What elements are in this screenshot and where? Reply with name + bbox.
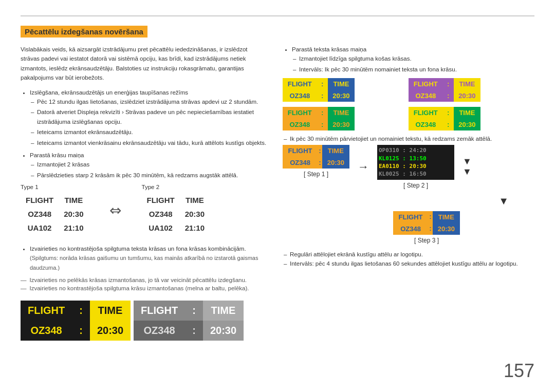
bottom-box1-oz348: OZ348 bbox=[21, 321, 72, 341]
bottom-box1-header: FLIGHT : TIME bbox=[21, 301, 131, 321]
t1-ua102: UA102 bbox=[21, 221, 59, 235]
step2-line-4: KL0025 : 16:50 bbox=[379, 170, 453, 178]
bottom-box2-time-label: TIME bbox=[203, 301, 244, 321]
rf3-table: FLIGHT:TIME OZ348:20:30 bbox=[283, 107, 355, 130]
step3-label: [ Step 3 ] bbox=[414, 237, 439, 244]
bottom-box2-time-val: 20:30 bbox=[203, 321, 244, 341]
bottom-box1-row-colon: : bbox=[72, 321, 90, 341]
t2-ua102: UA102 bbox=[142, 221, 180, 235]
dash-item-5: Izmantojiet 2 krāsas bbox=[37, 160, 267, 169]
right-column: Parastā teksta krāsas maiņa Izmantojiet … bbox=[283, 45, 529, 341]
step2-label: [ Step 2 ] bbox=[377, 182, 454, 189]
t1-flight-label: FLIGHT bbox=[21, 193, 59, 207]
t2-time-val: 20:30 bbox=[180, 207, 210, 221]
dash-item-2: Datorā atveriet Displeja rekvizīti › Str… bbox=[37, 107, 267, 126]
rf3-oz348: OZ348 bbox=[283, 119, 317, 130]
type2-block: Type 2 FLIGHT TIME OZ348 20:30 UA102 21: bbox=[142, 184, 210, 237]
type1-data-row1: OZ348 20:30 bbox=[21, 207, 89, 221]
bottom-box-1: FLIGHT : TIME OZ348 : 20:30 bbox=[21, 301, 123, 341]
step1-table: FLIGHT:TIME OZ348:20:30 bbox=[283, 145, 349, 169]
bottom-box2-oz348: OZ348 bbox=[134, 321, 185, 341]
type-comparison: Type 1 FLIGHT TIME OZ348 20:30 UA102 21: bbox=[21, 184, 267, 237]
type2-header-row: FLIGHT TIME bbox=[142, 193, 210, 207]
step2-display: OP0310 : 24:20 KL0125 : 13:50 EA0110 : 2… bbox=[377, 145, 454, 180]
bullet-list: Izslēgšana, ekrānsaudzētājs un enerģijas… bbox=[21, 88, 267, 180]
rf4-timeval: 20:30 bbox=[454, 119, 480, 130]
step2-line-1: OP0310 : 24:20 bbox=[379, 146, 453, 154]
t1-time-val2: 21:10 bbox=[59, 221, 88, 235]
right-flight-grid: FLIGHT:TIME OZ348:20:30 FLIGHT:TIME OZ34… bbox=[283, 78, 529, 130]
t2-oz348: OZ348 bbox=[142, 207, 180, 221]
s3-time-h: TIME bbox=[433, 211, 460, 223]
rf1-table: FLIGHT:TIME OZ348:20:30 bbox=[283, 78, 355, 102]
rf2-oz348: OZ348 bbox=[409, 90, 443, 102]
note-dash-3: Izvairieties no kontrastējoša spilgtuma … bbox=[21, 285, 267, 291]
type1-label: Type 1 bbox=[21, 184, 89, 190]
type1-block: Type 1 FLIGHT TIME OZ348 20:30 UA102 21: bbox=[21, 184, 89, 237]
rf2-timeval: 20:30 bbox=[454, 90, 480, 102]
t2-time-val2: 21:10 bbox=[180, 221, 210, 235]
contrast-note-1: Izvairieties no kontrastējoša spilgtuma … bbox=[30, 244, 267, 273]
rf4-oz348: OZ348 bbox=[409, 119, 443, 130]
type2-data-row2: UA102 21:10 bbox=[142, 221, 210, 235]
top-divider bbox=[21, 15, 534, 16]
rf2-flight: FLIGHT bbox=[409, 78, 443, 90]
type2-label: Type 2 bbox=[142, 184, 210, 190]
intro-text: Vislabākais veids, kā aizsargāt izstrādā… bbox=[21, 45, 267, 83]
step3-table: FLIGHT:TIME OZ348:20:30 bbox=[393, 211, 460, 235]
t1-oz348: OZ348 bbox=[21, 207, 59, 221]
right-dash-1: Izmantojiet līdzīga spilgtuma košas krās… bbox=[299, 54, 529, 63]
bottom-box2-row-colon: : bbox=[185, 321, 203, 341]
step1-block: FLIGHT:TIME OZ348:20:30 [ Step 1 ] bbox=[283, 145, 349, 178]
step2-block: OP0310 : 24:20 KL0125 : 13:50 EA0110 : 2… bbox=[377, 145, 454, 189]
type1-table: FLIGHT TIME OZ348 20:30 UA102 21:10 bbox=[21, 193, 89, 235]
rf4-time-h: TIME bbox=[454, 107, 480, 119]
right-bullet-1: Parastā teksta krāsas maiņa Izmantojiet … bbox=[292, 45, 529, 74]
type2-table: FLIGHT TIME OZ348 20:30 UA102 21:10 bbox=[142, 193, 210, 235]
rf4-table: FLIGHT:TIME OZ348:20:30 bbox=[409, 107, 480, 130]
rf3-flight: FLIGHT bbox=[283, 107, 317, 119]
bottom-box2-header: FLIGHT : TIME bbox=[134, 301, 244, 321]
step3-block: FLIGHT:TIME OZ348:20:30 [ Step 3 ] bbox=[324, 211, 529, 244]
s1-timeval: 20:30 bbox=[322, 157, 349, 169]
rf1-oz348: OZ348 bbox=[283, 90, 317, 102]
rf1-timeval: 20:30 bbox=[328, 90, 355, 102]
section-title: Pēcattēlu izdegšanas novēršana bbox=[21, 26, 147, 38]
rf2-time-h: TIME bbox=[454, 78, 480, 90]
bottom-box2-colon: : bbox=[185, 301, 203, 321]
bottom-box-2: FLIGHT : TIME OZ348 : 20:30 bbox=[134, 301, 236, 341]
s1-flight: FLIGHT bbox=[283, 145, 318, 157]
dash-item-3: Ieteicams izmantot ekrānsaudzētāju. bbox=[37, 127, 267, 137]
contrast-notes: Izvairieties no kontrastējoša spilgtuma … bbox=[21, 244, 267, 273]
s3-timeval: 20:30 bbox=[433, 223, 460, 235]
bottom-table-1: FLIGHT : TIME OZ348 : 20:30 bbox=[21, 301, 131, 341]
rf1-flight: FLIGHT bbox=[283, 78, 317, 90]
rf1-time-h: TIME bbox=[328, 78, 355, 90]
step2-line-3: EA0110 : 20:30 bbox=[379, 162, 453, 170]
dash-item-1: Pēc 12 stundu ilgas lietošanas, izslēdzi… bbox=[37, 97, 267, 106]
s3-oz348: OZ348 bbox=[393, 223, 428, 235]
type1-data-row2: UA102 21:10 bbox=[21, 221, 89, 235]
dash-item-6: Pārslēdzieties starp 2 krāsām ik pēc 30 … bbox=[37, 171, 267, 180]
step1-label: [ Step 1 ] bbox=[283, 171, 349, 178]
rf3-timeval: 20:30 bbox=[328, 119, 355, 130]
final-dash-4: Regulāri attēlojiet ekrānā kustīgu attēl… bbox=[283, 251, 529, 257]
t1-time-label: TIME bbox=[59, 193, 88, 207]
page-number: 157 bbox=[504, 360, 534, 382]
right-bullet-list: Parastā teksta krāsas maiņa Izmantojiet … bbox=[283, 45, 529, 74]
left-column: Vislabākais veids, kā aizsargāt izstrādā… bbox=[21, 45, 267, 341]
swap-arrow-icon: ⇔ bbox=[109, 202, 121, 219]
bottom-table-2: FLIGHT : TIME OZ348 : 20:30 bbox=[134, 301, 244, 341]
bottom-box2-data: OZ348 : 20:30 bbox=[134, 321, 244, 341]
s1-time-h: TIME bbox=[322, 145, 349, 157]
s3-flight: FLIGHT bbox=[393, 211, 428, 223]
bottom-display-boxes: FLIGHT : TIME OZ348 : 20:30 bbox=[21, 301, 267, 341]
type1-header-row: FLIGHT TIME bbox=[21, 193, 89, 207]
right-dash-3: Ik pēc 30 minūtēm pārvietojiet un nomain… bbox=[283, 136, 529, 142]
bullet-item-2: Parastā krāsu maiņa Izmantojiet 2 krāsas… bbox=[30, 151, 267, 180]
right-dash-2: Intervāls: Ik pēc 30 minūtēm nomainiet t… bbox=[299, 65, 529, 74]
s1-oz348: OZ348 bbox=[283, 157, 318, 169]
rf4-flight: FLIGHT bbox=[409, 107, 443, 119]
bottom-box1-data: OZ348 : 20:30 bbox=[21, 321, 131, 341]
down-arrow-icon: ▼ bbox=[498, 195, 509, 207]
